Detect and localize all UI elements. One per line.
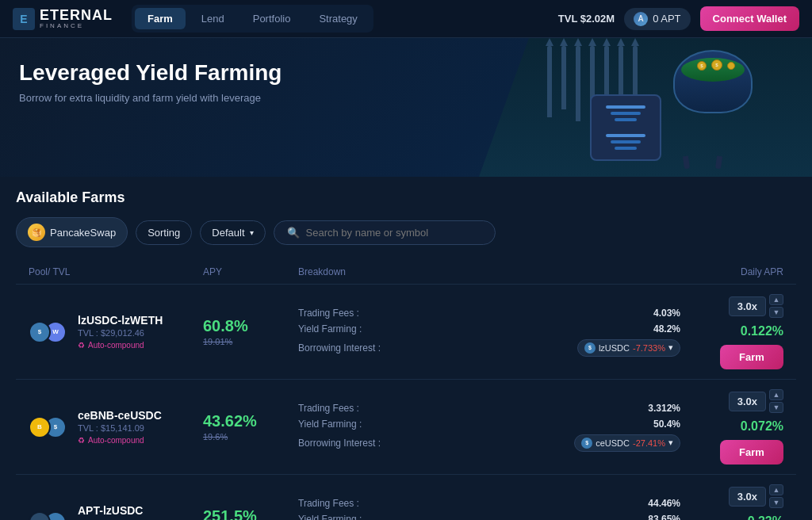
leverage-control-2: 3.0x ▲ ▼	[729, 484, 783, 508]
bd-val-fees-0: 4.03%	[637, 308, 680, 319]
eth-lines	[606, 105, 645, 150]
pool-tvl-1: TVL : $15,141.09	[78, 423, 162, 433]
pool-cell-0: $ W lzUSDC-lzWETH TVL : $29,012.46 ♻ Aut…	[29, 314, 203, 350]
search-icon: 🔍	[287, 227, 300, 239]
borrow-rate-0: -7.733%	[633, 343, 665, 353]
leverage-up-2[interactable]: ▲	[769, 484, 783, 495]
breakdown-row-fees-1: Trading Fees : 3.312%	[298, 400, 680, 416]
borrow-token-icon-1: $	[581, 438, 592, 449]
apt-icon: A	[634, 12, 648, 26]
main-content: Available Farms 🥞 PancakeSwap Sorting De…	[0, 177, 812, 520]
farm-row-lzusdc-lzweth: $ W lzUSDC-lzWETH TVL : $29,012.46 ♻ Aut…	[16, 285, 796, 380]
pool-name-2: APT-lzUSDC	[78, 504, 144, 517]
bd-label-fees-1: Trading Fees :	[298, 403, 385, 414]
svg-text:E: E	[20, 13, 27, 25]
bd-val-fees-1: 3.312%	[637, 403, 680, 414]
logo: E ETERNAL FINANCE	[13, 8, 113, 30]
pancakeswap-label: PancakeSwap	[50, 227, 116, 239]
logo-main: ETERNAL	[40, 8, 113, 22]
cauldron-decoration: $ $	[661, 42, 788, 169]
bd-val-yield-0: 48.2%	[637, 323, 680, 335]
leverage-arrows-0: ▲ ▼	[769, 294, 783, 318]
connect-wallet-button[interactable]: Connect Wallet	[700, 6, 799, 31]
farm-button-1[interactable]: Farm	[720, 440, 783, 465]
breakdown-row-fees-2: Trading Fees : 44.46%	[298, 495, 680, 511]
pool-cell-2: ≡ $ APT-lzUSDC TVL : $123.39K ♻ Auto-com…	[29, 504, 203, 520]
borrow-selector-1[interactable]: $ ceUSDC -27.41% ▾	[574, 434, 680, 452]
breakdown-cell-1: Trading Fees : 3.312% Yield Farming : 50…	[298, 400, 680, 454]
search-box: 🔍	[274, 220, 496, 245]
token1-icon-1: B	[29, 416, 51, 438]
farm-row-apt-lzusdc: ≡ $ APT-lzUSDC TVL : $123.39K ♻ Auto-com…	[16, 475, 796, 520]
apy-base-0: 19.01%	[203, 337, 298, 346]
bd-label-borrow-1: Borrowing Interest :	[298, 438, 385, 449]
tab-farm[interactable]: Farm	[135, 8, 186, 29]
apr-value-1: 0.072%	[741, 419, 783, 434]
breakdown-row-yield-2: Yield Farming : 83.65%	[298, 511, 680, 521]
borrow-token-0: lzUSDC	[599, 343, 630, 353]
bd-val-fees-2: 44.46%	[637, 498, 680, 509]
tab-lend[interactable]: Lend	[189, 8, 237, 29]
breakdown-cell-0: Trading Fees : 4.03% Yield Farming : 48.…	[298, 305, 680, 359]
token1-icon-0: $	[29, 321, 51, 343]
daily-apr-cell-2: 3.0x ▲ ▼ 0.33% Farm	[680, 484, 783, 520]
auto-compound-1: ♻ Auto-compound	[78, 436, 162, 445]
bd-label-yield-2: Yield Farming :	[298, 514, 385, 521]
tab-strategy[interactable]: Strategy	[306, 8, 370, 29]
borrow-chevron-0: ▾	[668, 342, 673, 353]
col-apy: APY	[203, 266, 298, 277]
apy-cell-2: 251.5% 53.23%	[203, 504, 298, 520]
leverage-control-0: 3.0x ▲ ▼	[729, 294, 783, 318]
nav-tabs: Farm Lend Portfolio Strategy	[132, 5, 373, 32]
sorting-button[interactable]: Sorting	[136, 220, 192, 245]
eth-display-panel	[590, 94, 661, 161]
breakdown-row-fees-0: Trading Fees : 4.03%	[298, 305, 680, 321]
borrow-token-1: ceUSDC	[596, 438, 630, 448]
leverage-down-0[interactable]: ▼	[769, 307, 783, 318]
recycle-icon-1: ♻	[78, 436, 85, 445]
token1-icon-2: ≡	[29, 511, 51, 521]
farm-button-0[interactable]: Farm	[720, 345, 783, 369]
breakdown-row-yield-1: Yield Farming : 50.4%	[298, 416, 680, 432]
recycle-icon-0: ♻	[78, 341, 85, 350]
bd-label-yield-0: Yield Farming :	[298, 323, 385, 335]
leverage-control-1: 3.0x ▲ ▼	[729, 389, 783, 413]
bd-val-yield-2: 83.65%	[637, 514, 680, 521]
pool-info-1: ceBNB-ceUSDC TVL : $15,141.09 ♻ Auto-com…	[78, 409, 162, 445]
daily-apr-cell-1: 3.0x ▲ ▼ 0.072% Farm	[680, 389, 783, 465]
leverage-down-1[interactable]: ▼	[769, 402, 783, 413]
default-filter-button[interactable]: Default ▾	[200, 220, 265, 245]
search-input[interactable]	[306, 227, 482, 239]
col-breakdown: Breakdown	[298, 266, 680, 277]
token-icons-0: $ W	[29, 318, 70, 346]
pool-name-1: ceBNB-ceUSDC	[78, 409, 162, 422]
bd-label-fees-2: Trading Fees :	[298, 498, 385, 509]
pancakeswap-icon: 🥞	[28, 224, 45, 241]
pool-cell-1: B $ ceBNB-ceUSDC TVL : $15,141.09 ♻ Auto…	[29, 409, 203, 445]
section-title: Available Farms	[16, 189, 796, 206]
col-pool: Pool/ TVL	[29, 266, 203, 277]
chevron-down-icon: ▾	[250, 228, 254, 237]
pool-info-0: lzUSDC-lzWETH TVL : $29,012.46 ♻ Auto-co…	[78, 314, 163, 350]
apy-cell-1: 43.62% 19.6%	[203, 409, 298, 445]
apt-badge[interactable]: A 0 APT	[624, 8, 690, 30]
pancakeswap-filter-button[interactable]: 🥞 PancakeSwap	[16, 217, 128, 247]
pool-name-0: lzUSDC-lzWETH	[78, 314, 163, 327]
token-icons-2: ≡ $	[29, 508, 70, 521]
leverage-arrows-2: ▲ ▼	[769, 484, 783, 508]
apy-value-1: 43.62%	[203, 412, 298, 430]
leverage-down-2[interactable]: ▼	[769, 497, 783, 508]
bd-label-fees-0: Trading Fees :	[298, 308, 385, 319]
apr-value-0: 0.122%	[741, 324, 783, 338]
pool-tvl-0: TVL : $29,012.46	[78, 328, 163, 338]
bd-label-yield-1: Yield Farming :	[298, 419, 385, 430]
auto-compound-0: ♻ Auto-compound	[78, 341, 163, 350]
tab-portfolio[interactable]: Portfolio	[240, 8, 304, 29]
nav-right: TVL $2.02M A 0 APT Connect Wallet	[558, 6, 799, 31]
leverage-up-0[interactable]: ▲	[769, 294, 783, 305]
leverage-val-2: 3.0x	[729, 487, 766, 507]
leverage-up-1[interactable]: ▲	[769, 389, 783, 400]
apy-value-0: 60.8%	[203, 317, 298, 335]
table-header: Pool/ TVL APY Breakdown Daily APR	[16, 260, 796, 285]
borrow-selector-0[interactable]: $ lzUSDC -7.733% ▾	[577, 339, 680, 357]
